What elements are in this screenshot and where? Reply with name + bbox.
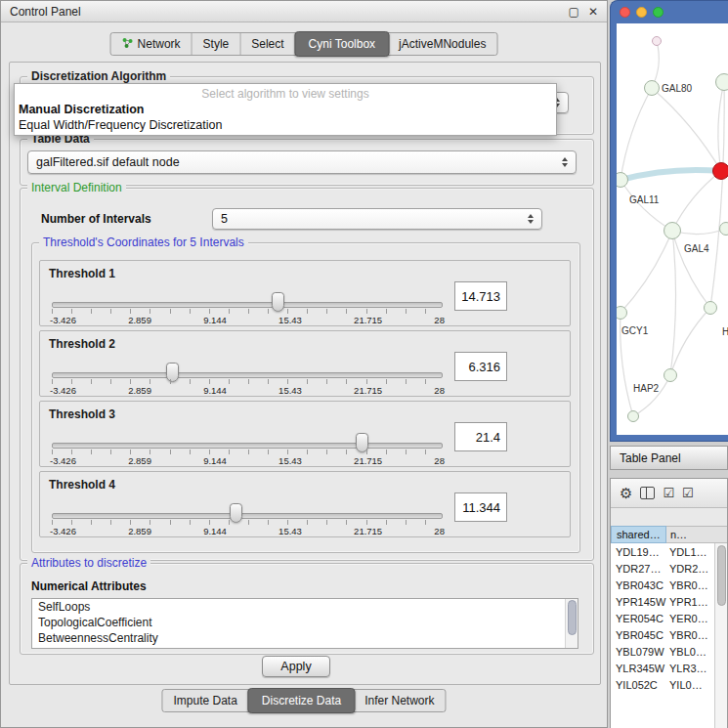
table-row[interactable]: YDR27… YDR2…: [611, 560, 714, 577]
column-header-shared-name[interactable]: shared…: [611, 526, 666, 543]
table-row[interactable]: YER054C YER0…: [611, 610, 714, 626]
network-node-label: GAL11: [629, 194, 659, 205]
network-node[interactable]: [715, 73, 728, 91]
checkbox-icon[interactable]: ☑: [663, 487, 674, 499]
table-row[interactable]: YDL19… YDL1…: [611, 543, 714, 560]
scale-label: 28: [434, 385, 445, 396]
stepper-icon[interactable]: [558, 154, 572, 170]
table-row[interactable]: YBL079W YBL0…: [611, 643, 714, 660]
table-rows: YDL19… YDL1… YDR27… YDR2… YBR043C YBR0… …: [611, 543, 714, 728]
table-row[interactable]: YLR345W YLR3…: [611, 660, 714, 676]
table-row[interactable]: YIL052C YIL0…: [611, 676, 714, 693]
tab-infer-network[interactable]: Infer Network: [354, 690, 445, 711]
cell-name: YBR0…: [666, 629, 714, 641]
scale-label: 9.144: [203, 385, 227, 396]
table-scrollbar[interactable]: [714, 543, 727, 728]
scale-label: 21.715: [354, 385, 382, 396]
threshold-3-value[interactable]: 21.4: [454, 422, 507, 451]
scrollbar-thumb[interactable]: [717, 545, 726, 606]
table-data-combobox[interactable]: galFiltered.sif default node: [27, 150, 577, 174]
threshold-4-label: Threshold 4: [49, 478, 115, 492]
threshold-3-label: Threshold 3: [49, 407, 115, 421]
tab-discretize-data[interactable]: Discretize Data: [248, 688, 355, 713]
tab-label: Discretize Data: [262, 694, 341, 707]
attribute-item[interactable]: SelfLoops: [32, 599, 578, 615]
scale-label: 28: [434, 315, 445, 325]
scale-label: 21.715: [354, 526, 382, 536]
network-node[interactable]: [627, 410, 639, 422]
cell-shared-name: YDL19…: [611, 546, 666, 558]
slider-track[interactable]: [52, 443, 443, 449]
network-canvas[interactable]: GAL80GAL11GAL4GCY1HHAP2: [617, 23, 728, 435]
network-node[interactable]: [652, 36, 662, 46]
network-node[interactable]: [664, 222, 681, 239]
algorithm-dropdown-popup: Select algorithm to view settings Manual…: [14, 83, 557, 136]
slider-ticks: [52, 520, 443, 525]
table-row[interactable]: YBR043C YBR0…: [611, 577, 714, 593]
tab-network[interactable]: Network: [111, 33, 193, 55]
zoom-traffic-light-icon[interactable]: [653, 7, 664, 18]
numerical-attributes-list[interactable]: SelfLoopsTopologicalCoefficientBetweenne…: [31, 598, 578, 649]
threshold-1-slider[interactable]: -3.4262.8599.14415.4321.71528: [50, 282, 445, 323]
tab-label: Cyni Toolbox: [309, 37, 375, 51]
column-header-name[interactable]: n…: [666, 526, 727, 543]
scale-label: 28: [434, 455, 445, 466]
network-node[interactable]: [704, 301, 717, 315]
dropdown-option-equal-width-frequency[interactable]: Equal Width/Frequency Discretization: [15, 117, 556, 133]
scale-label: -3.426: [50, 455, 76, 466]
table-row[interactable]: YPR145W YPR1…: [611, 593, 714, 610]
float-window-icon[interactable]: ▢: [569, 5, 579, 19]
attributes-list-scrollbar[interactable]: [565, 599, 578, 648]
table-data-selected-value: galFiltered.sif default node: [36, 155, 180, 169]
cell-name: YER0…: [666, 613, 714, 624]
network-node[interactable]: [719, 222, 728, 236]
cell-shared-name: YLR345W: [611, 663, 666, 674]
cell-name: YDL1…: [666, 546, 714, 558]
threshold-2-slider[interactable]: -3.4262.8599.14415.4321.71528: [50, 353, 445, 394]
scale-label: 9.144: [203, 526, 227, 536]
number-of-intervals-combobox[interactable]: 5: [212, 208, 542, 230]
close-traffic-light-icon[interactable]: [620, 7, 630, 18]
cell-name: YPR1…: [666, 596, 714, 608]
slider-track[interactable]: [52, 513, 443, 519]
slider-track[interactable]: [52, 302, 443, 308]
apply-button[interactable]: Apply: [262, 656, 330, 677]
tab-jactivemnodules[interactable]: jActiveMNodules: [388, 33, 496, 55]
threshold-4-value[interactable]: 11.344: [454, 492, 507, 522]
tab-cyni-toolbox[interactable]: Cyni Toolbox: [295, 31, 389, 57]
tab-select[interactable]: Select: [240, 33, 295, 55]
scale-label: 2.859: [128, 315, 151, 325]
slider-scale: -3.4262.8599.14415.4321.71528: [50, 315, 445, 325]
slider-track[interactable]: [52, 372, 443, 378]
threshold-1-value[interactable]: 14.713: [454, 281, 507, 311]
table-panel-title: Table Panel: [620, 451, 681, 465]
columns-icon[interactable]: [640, 487, 655, 499]
desktop: Control Panel ▢ ✕ Network Style: [0, 0, 728, 728]
network-node[interactable]: [644, 80, 660, 96]
number-of-intervals-label: Number of Intervals: [41, 212, 151, 226]
close-window-icon[interactable]: ✕: [588, 5, 598, 19]
threshold-1-label: Threshold 1: [49, 267, 115, 280]
threshold-2-value[interactable]: 6.316: [454, 352, 507, 381]
table-row[interactable]: YBR045C YBR0…: [611, 626, 714, 643]
network-node[interactable]: [664, 368, 677, 382]
tab-label: Impute Data: [173, 694, 236, 707]
threshold-4-slider[interactable]: -3.4262.8599.14415.4321.71528: [50, 493, 445, 535]
scrollbar-thumb[interactable]: [568, 600, 577, 635]
minimize-traffic-light-icon[interactable]: [636, 7, 647, 18]
scale-label: 2.859: [128, 455, 151, 466]
dropdown-option-manual-discretization[interactable]: Manual Discretization: [15, 102, 556, 117]
cell-shared-name: YBR045C: [611, 629, 666, 641]
network-node-label: GAL4: [684, 243, 709, 254]
attribute-item[interactable]: TopologicalCoefficient: [32, 615, 578, 630]
network-view-window: GAL80GAL11GAL4GCY1HHAP2: [610, 0, 728, 442]
tab-style[interactable]: Style: [193, 33, 241, 55]
gear-icon[interactable]: ⚙: [620, 486, 632, 500]
stepper-icon[interactable]: [524, 211, 537, 227]
window-title: Control Panel: [10, 5, 560, 19]
attribute-item[interactable]: BetweennessCentrality: [32, 630, 578, 646]
threshold-3-slider[interactable]: -3.4262.8599.14415.4321.71528: [50, 423, 445, 464]
network-node[interactable]: [712, 162, 728, 180]
tab-impute-data[interactable]: Impute Data: [162, 690, 248, 711]
checkbox-icon[interactable]: ☑: [682, 487, 694, 499]
